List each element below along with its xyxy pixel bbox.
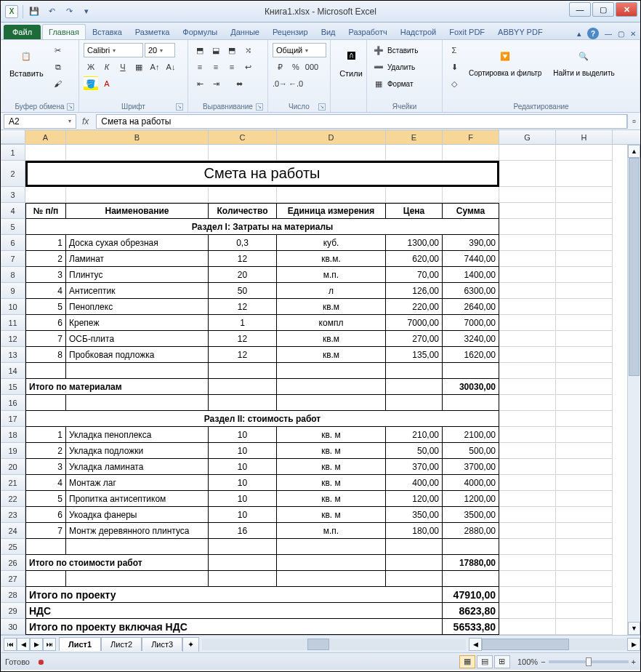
cell[interactable]: Раздел I: Затраты на материалы <box>25 219 499 235</box>
minimize-button[interactable]: — <box>569 2 591 17</box>
undo-button[interactable]: ↶ <box>45 5 58 18</box>
cell[interactable] <box>66 145 209 161</box>
cell[interactable] <box>556 571 613 587</box>
cell[interactable] <box>556 427 613 443</box>
cell[interactable]: 3240,00 <box>443 331 499 347</box>
align-left-button[interactable]: ≡ <box>193 60 207 74</box>
tab-home[interactable]: Главная <box>42 24 86 39</box>
row-header[interactable]: 12 <box>1 331 25 347</box>
col-header-G[interactable]: G <box>499 130 556 144</box>
cell[interactable]: 7000,00 <box>443 315 499 331</box>
cell[interactable] <box>499 603 556 619</box>
cell[interactable]: 2 <box>25 443 66 459</box>
cell[interactable]: 0,3 <box>209 235 277 251</box>
cell[interactable]: 7 <box>25 523 66 539</box>
cell[interactable]: 10 <box>209 491 277 507</box>
row-header[interactable]: 16 <box>1 395 25 411</box>
cell[interactable] <box>556 379 613 395</box>
cell[interactable]: 180,00 <box>386 523 443 539</box>
cell[interactable] <box>499 427 556 443</box>
cell[interactable] <box>386 395 443 411</box>
sheet-tab-2[interactable]: Лист2 <box>101 637 142 651</box>
cell[interactable] <box>209 187 277 203</box>
col-header-C[interactable]: C <box>209 130 277 144</box>
row-header[interactable]: 9 <box>1 283 25 299</box>
format-cells-button[interactable]: ▦ <box>371 76 386 91</box>
merge-button[interactable]: ⬌ <box>225 76 254 91</box>
cell[interactable]: 2 <box>25 251 66 267</box>
cell[interactable] <box>499 523 556 539</box>
cell[interactable] <box>277 539 386 555</box>
cell[interactable]: Антисептик <box>66 283 209 299</box>
qat-more-icon[interactable]: ▾ <box>80 5 93 18</box>
cell[interactable] <box>499 347 556 363</box>
cell[interactable] <box>499 395 556 411</box>
cell[interactable]: ОСБ-плита <box>66 331 209 347</box>
cell[interactable] <box>556 363 613 379</box>
cell[interactable]: 50 <box>209 283 277 299</box>
grow-font-button[interactable]: A↑ <box>148 60 162 74</box>
cell[interactable]: НДС <box>25 603 443 619</box>
cell[interactable]: кв. м <box>277 427 386 443</box>
cell[interactable]: Пеноплекс <box>66 299 209 315</box>
row-header[interactable]: 19 <box>1 443 25 459</box>
row-header[interactable]: 21 <box>1 475 25 491</box>
cell[interactable] <box>499 187 556 203</box>
row-header[interactable]: 8 <box>1 267 25 283</box>
cell[interactable]: 400,00 <box>386 475 443 491</box>
cell[interactable]: 120,00 <box>386 491 443 507</box>
cell[interactable]: Раздел II: стоимость работ <box>25 411 499 427</box>
view-layout-button[interactable]: ▤ <box>477 655 493 668</box>
close-button[interactable]: ✕ <box>616 2 637 17</box>
cell[interactable]: Пробковая подложка <box>66 347 209 363</box>
cell[interactable] <box>499 459 556 475</box>
cell[interactable] <box>499 539 556 555</box>
cell[interactable]: кв. м <box>277 459 386 475</box>
clipboard-launcher[interactable]: ↘ <box>67 103 74 111</box>
underline-button[interactable]: Ч <box>116 60 130 74</box>
cell[interactable] <box>25 145 66 161</box>
cell[interactable] <box>25 571 66 587</box>
fill-color-button[interactable]: 🪣 <box>84 76 98 91</box>
cell[interactable]: 2100,00 <box>443 427 499 443</box>
currency-button[interactable]: ₽ <box>273 60 287 74</box>
cell[interactable] <box>556 491 613 507</box>
cell[interactable]: Плинтус <box>66 267 209 283</box>
row-header[interactable]: 24 <box>1 523 25 539</box>
cell[interactable] <box>66 571 209 587</box>
select-all-corner[interactable] <box>1 130 25 144</box>
cell[interactable]: 7440,00 <box>443 251 499 267</box>
formula-input[interactable]: Смета на работы <box>96 114 627 129</box>
cell[interactable] <box>499 203 556 219</box>
cell[interactable]: 6 <box>25 507 66 523</box>
cell[interactable] <box>443 145 499 161</box>
cell[interactable]: 8623,80 <box>443 603 499 619</box>
cell[interactable] <box>499 555 556 571</box>
cell[interactable] <box>499 315 556 331</box>
paste-button[interactable]: 📋 Вставить <box>5 43 48 79</box>
percent-button[interactable]: % <box>289 60 303 74</box>
tab-review[interactable]: Рецензир <box>266 24 315 39</box>
horizontal-scrollbar[interactable] <box>482 639 627 650</box>
cell[interactable] <box>386 187 443 203</box>
cell[interactable] <box>556 251 613 267</box>
cell[interactable] <box>499 363 556 379</box>
row-header[interactable]: 30 <box>1 619 25 635</box>
cell[interactable] <box>499 267 556 283</box>
cell[interactable]: Пропитка антисептиком <box>66 491 209 507</box>
cell[interactable] <box>277 571 386 587</box>
italic-button[interactable]: К <box>100 60 114 74</box>
cell[interactable] <box>386 379 443 395</box>
cell[interactable]: 10 <box>209 443 277 459</box>
cell[interactable]: 4 <box>25 475 66 491</box>
row-header[interactable]: 3 <box>1 187 25 203</box>
cell[interactable]: Укладка подложки <box>66 443 209 459</box>
cell[interactable] <box>556 603 613 619</box>
row-header[interactable]: 25 <box>1 539 25 555</box>
help-button[interactable]: ? <box>587 28 599 39</box>
tab-addins[interactable]: Надстрой <box>394 24 443 39</box>
cell[interactable] <box>556 283 613 299</box>
border-button[interactable]: ▦ <box>132 60 146 74</box>
cell[interactable] <box>499 299 556 315</box>
cell[interactable]: 210,00 <box>386 427 443 443</box>
